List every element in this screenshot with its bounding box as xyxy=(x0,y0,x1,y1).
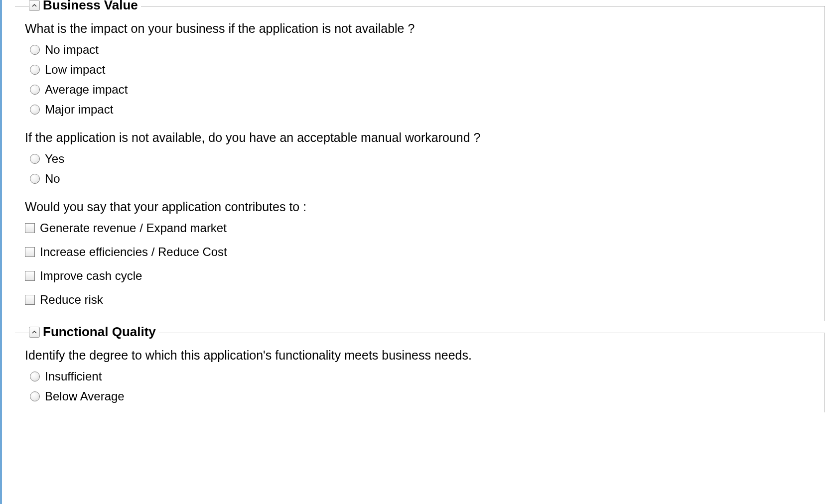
workaround-options: Yes No xyxy=(25,152,815,186)
business-value-legend: Business Value xyxy=(29,0,141,13)
radio-below-average[interactable] xyxy=(30,391,40,401)
label-increase-efficiencies: Increase efficiencies / Reduce Cost xyxy=(40,245,227,259)
business-value-content: What is the impact on your business if t… xyxy=(15,6,825,321)
question-workaround: If the application is not available, do … xyxy=(25,130,815,145)
option-below-average: Below Average xyxy=(30,389,815,403)
radio-average-impact[interactable] xyxy=(30,85,40,95)
business-value-title: Business Value xyxy=(43,0,138,13)
radio-no-impact[interactable] xyxy=(30,45,40,55)
option-improve-cash-cycle: Improve cash cycle xyxy=(25,269,815,283)
chevron-up-icon xyxy=(32,330,37,334)
label-insufficient: Insufficient xyxy=(45,370,102,383)
functional-quality-title: Functional Quality xyxy=(43,324,156,340)
radio-low-impact[interactable] xyxy=(30,65,40,75)
collapse-button-business-value[interactable] xyxy=(29,0,40,11)
option-no-impact: No impact xyxy=(30,43,815,57)
functional-quality-fieldset: Functional Quality Identify the degree t… xyxy=(15,333,825,412)
option-insufficient: Insufficient xyxy=(30,370,815,383)
label-low-impact: Low impact xyxy=(45,63,105,77)
label-improve-cash-cycle: Improve cash cycle xyxy=(40,269,142,283)
radio-workaround-yes[interactable] xyxy=(30,154,40,164)
question-contributes: Would you say that your application cont… xyxy=(25,200,815,214)
label-no-impact: No impact xyxy=(45,43,99,57)
window-left-border xyxy=(0,0,2,412)
checkbox-reduce-risk[interactable] xyxy=(25,295,35,305)
option-reduce-risk: Reduce risk xyxy=(25,293,815,307)
checkbox-generate-revenue[interactable] xyxy=(25,223,35,233)
option-increase-efficiencies: Increase efficiencies / Reduce Cost xyxy=(25,245,815,259)
impact-options: No impact Low impact Average impact Majo… xyxy=(25,43,815,117)
label-below-average: Below Average xyxy=(45,389,125,403)
label-generate-revenue: Generate revenue / Expand market xyxy=(40,221,227,235)
functional-quality-content: Identify the degree to which this applic… xyxy=(15,333,825,412)
chevron-up-icon xyxy=(32,3,37,7)
radio-insufficient[interactable] xyxy=(30,372,40,381)
label-workaround-no: No xyxy=(45,172,60,186)
radio-workaround-no[interactable] xyxy=(30,174,40,184)
option-workaround-no: No xyxy=(30,172,815,186)
label-average-impact: Average impact xyxy=(45,83,128,97)
functionality-degree-options: Insufficient Below Average xyxy=(25,370,815,403)
form-container: Business Value What is the impact on you… xyxy=(0,6,825,412)
radio-major-impact[interactable] xyxy=(30,105,40,115)
business-value-fieldset: Business Value What is the impact on you… xyxy=(15,6,825,321)
functional-quality-legend: Functional Quality xyxy=(29,324,159,340)
contributes-options: Generate revenue / Expand market Increas… xyxy=(25,221,815,307)
option-workaround-yes: Yes xyxy=(30,152,815,166)
checkbox-increase-efficiencies[interactable] xyxy=(25,247,35,257)
question-impact: What is the impact on your business if t… xyxy=(25,21,815,36)
label-major-impact: Major impact xyxy=(45,103,113,117)
checkbox-improve-cash-cycle[interactable] xyxy=(25,271,35,281)
label-reduce-risk: Reduce risk xyxy=(40,293,103,307)
collapse-button-functional-quality[interactable] xyxy=(29,327,40,338)
option-major-impact: Major impact xyxy=(30,103,815,117)
option-generate-revenue: Generate revenue / Expand market xyxy=(25,221,815,235)
question-functionality-degree: Identify the degree to which this applic… xyxy=(25,348,815,363)
label-workaround-yes: Yes xyxy=(45,152,64,166)
option-average-impact: Average impact xyxy=(30,83,815,97)
option-low-impact: Low impact xyxy=(30,63,815,77)
